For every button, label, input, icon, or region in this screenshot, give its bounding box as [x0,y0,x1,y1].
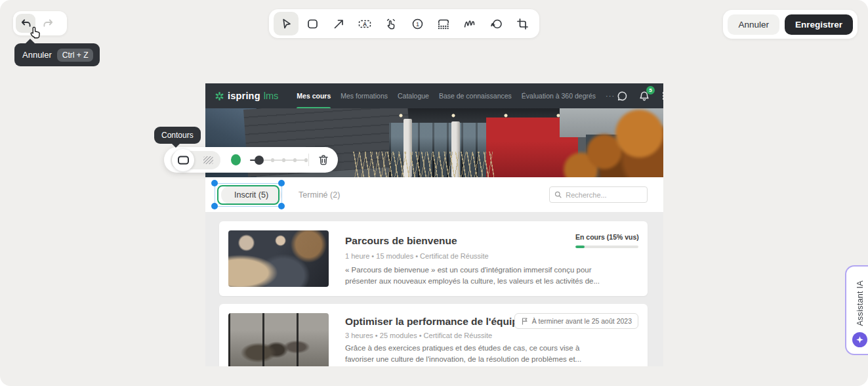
search-icon [554,190,562,199]
svg-text:1: 1 [415,20,419,27]
course-meta: 3 heures • 25 modules • Certificat de Ré… [345,332,638,339]
nav-item-catalogue[interactable]: Catalogue [398,83,429,108]
stroke-width-slider[interactable] [250,156,299,165]
lms-header: ispring lms Mes cours Mes formations Cat… [205,83,663,108]
crop-icon [516,17,529,31]
course-card-parcours[interactable]: Parcours de bienvenue 1 heure • 15 modul… [219,221,648,296]
rectangle-icon [306,17,320,31]
hatched-rect-icon [202,155,215,165]
apps-grid-icon[interactable] [659,89,663,103]
screenshot-editor-window: Annuler Ctrl + Z A 1 [0,0,868,386]
course-thumbnail [228,313,329,366]
cancel-button[interactable]: Annuler [728,14,779,35]
course-description: « Parcours de bienvenue » est un cours d… [345,265,606,287]
deadline-badge: À terminer avant le 25 août 2023 [514,313,638,329]
course-description: Grâce à des exercices pratiques et des é… [345,343,596,365]
arrow-icon [332,17,346,31]
brand-product: lms [264,91,279,101]
notifications-bell-icon[interactable]: 5 [637,89,651,103]
selection-handle-top-right[interactable] [278,180,285,186]
nav-more-icon[interactable]: ··· [606,92,615,100]
step-number-icon: 1 [411,17,424,31]
brand-name: ispring [228,91,260,101]
style-segment-control [171,151,220,169]
svg-text:A: A [363,20,367,27]
selection-handle-bottom-right[interactable] [278,203,285,209]
chat-icon[interactable] [615,89,629,103]
nav-item-evaluation-360[interactable]: Évaluation à 360 degrés [522,83,596,108]
blur-icon [436,17,451,31]
selection-handle-bottom-left[interactable] [211,203,218,209]
assistant-ia-label: Assistant IA [856,280,865,326]
shape-tool-button[interactable] [300,12,325,35]
course-thumbnail [228,230,329,287]
nav-item-base-de-connaissances[interactable]: Base de connaissances [439,83,512,108]
text-icon: A [358,17,372,31]
contours-tooltip-label: Contours [161,131,194,140]
annotated-screenshot: ispring lms Mes cours Mes formations Cat… [205,83,663,366]
save-button[interactable]: Enregistrer [785,14,853,35]
assistant-sparkle-icon [852,332,867,347]
shape-style-toolbar [164,147,338,173]
undo-tooltip-label: Annuler [22,50,52,60]
arrow-tool-button[interactable] [326,12,351,35]
divider [308,154,309,166]
spotlight-tool-button[interactable] [484,12,508,35]
trash-icon [317,154,330,167]
undo-tooltip: Annuler Ctrl + Z [14,43,100,66]
lms-logo: ispring lms [215,91,278,101]
select-cursor-icon [279,17,293,31]
course-search [549,186,648,203]
search-input[interactable] [566,191,642,199]
hand-cursor-icon [29,24,43,41]
scribble-icon [463,17,477,31]
nav-item-mes-cours[interactable]: Mes cours [297,83,331,108]
course-progress: En cours (15% vus) [575,233,638,248]
crop-tool-button[interactable] [510,12,535,35]
redo-arrow-icon [42,17,54,30]
blur-tool-button[interactable] [431,12,456,35]
green-outline-annotation[interactable] [217,185,279,205]
editor-actions-group: Annuler Enregistrer [723,10,858,39]
annotation-toolbar: A 1 [269,9,539,38]
outline-style-option[interactable] [171,151,196,169]
course-card-performance[interactable]: Optimiser la performance de l'équipe 3 h… [219,304,648,366]
progress-bar-fill [575,246,585,248]
course-list: Parcours de bienvenue 1 heure • 15 modul… [205,212,663,366]
text-tool-button[interactable]: A [352,12,377,35]
deadline-text: À terminer avant le 25 août 2023 [532,317,632,325]
undo-shortcut-chip: Ctrl + Z [57,49,94,62]
flag-icon [521,317,529,326]
selection-handle-top-left[interactable] [211,180,218,186]
notification-count-badge: 5 [646,86,655,95]
assistant-ia-tab[interactable]: Assistant IA [845,265,868,355]
course-meta: 1 heure • 15 modules • Certificat de Réu… [345,252,638,260]
ispring-flower-icon [215,91,224,101]
tab-termine[interactable]: Terminé (2) [299,190,340,200]
nav-item-mes-formations[interactable]: Mes formations [341,83,388,108]
select-tool-button[interactable] [274,12,299,35]
spotlight-icon [489,17,503,31]
slider-thumb[interactable] [255,156,264,165]
color-swatch-green[interactable] [231,154,241,165]
lms-nav: Mes cours Mes formations Catalogue Base … [297,83,615,108]
outline-rect-icon [177,155,190,165]
fill-style-option[interactable] [196,151,220,169]
click-gesture-icon [384,17,398,31]
step-number-tool-button[interactable]: 1 [405,12,430,35]
lms-header-icons: 5 [615,88,663,104]
progress-bar [575,246,638,248]
contours-tooltip: Contours [154,127,201,144]
progress-label: En cours (15% vus) [575,233,638,241]
draw-tool-button[interactable] [457,12,482,35]
delete-annotation-button[interactable] [316,152,331,168]
click-gesture-tool-button[interactable] [379,12,403,35]
